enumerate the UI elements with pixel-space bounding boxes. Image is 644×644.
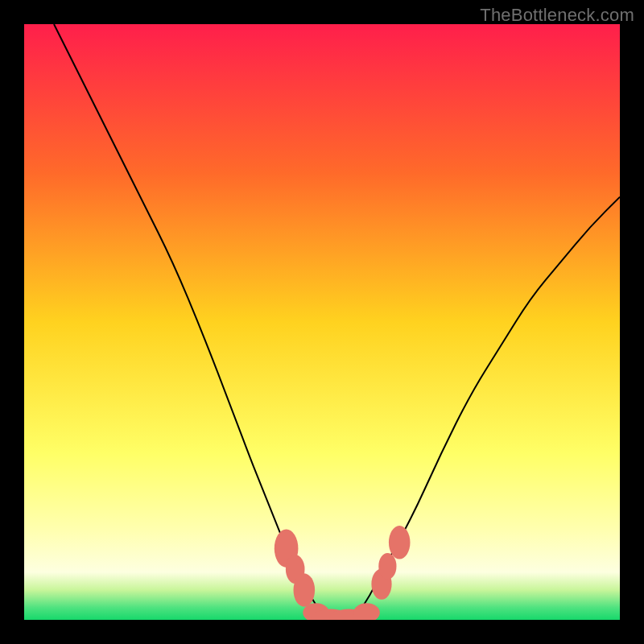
curve-bead — [389, 526, 411, 559]
bottleneck-curve — [24, 24, 620, 620]
curve-bead — [353, 603, 380, 620]
curve-bead — [294, 573, 316, 606]
plot-area — [24, 24, 620, 620]
watermark-text: TheBottleneck.com — [480, 5, 634, 26]
curve-bead — [378, 553, 396, 580]
chart-frame: TheBottleneck.com — [0, 0, 644, 644]
